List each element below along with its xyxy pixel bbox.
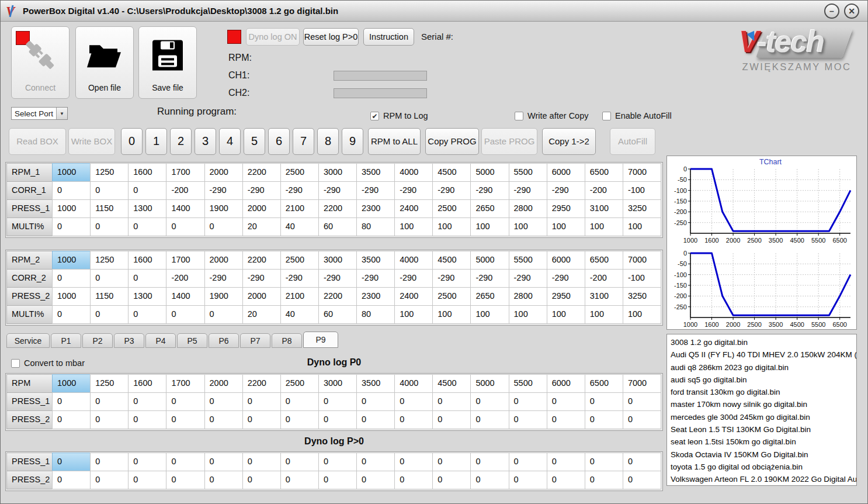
grid-cell[interactable]: 0 bbox=[585, 410, 623, 429]
grid-cell[interactable]: 2000 bbox=[242, 287, 281, 306]
grid-cell[interactable]: -200 bbox=[585, 269, 623, 288]
grid-cell[interactable]: 3500 bbox=[356, 163, 395, 182]
grid-cell[interactable]: 6500 bbox=[585, 374, 623, 393]
grid-cell[interactable]: 1900 bbox=[204, 287, 243, 306]
grid-cell[interactable]: 0 bbox=[166, 392, 204, 411]
grid-cell[interactable]: 0 bbox=[432, 392, 471, 411]
autofill-button[interactable]: AutoFill bbox=[610, 128, 655, 155]
write-after-copy-checkbox[interactable] bbox=[515, 112, 523, 120]
grid-cell[interactable]: 2100 bbox=[280, 199, 319, 218]
file-list-item[interactable]: Volkswagen Arteon FL 2.0 190KM 2022 Go D… bbox=[671, 473, 853, 485]
chevron-down-icon[interactable]: ▼ bbox=[56, 108, 67, 119]
grid-cell[interactable]: 60 bbox=[318, 218, 357, 236]
grid-cell[interactable]: 0 bbox=[432, 410, 471, 429]
grid-cell[interactable]: 4000 bbox=[394, 251, 433, 270]
grid-cell[interactable]: 2300 bbox=[356, 287, 395, 306]
tab-p4[interactable]: P4 bbox=[145, 333, 176, 348]
grid-cell[interactable]: 0 bbox=[432, 453, 471, 471]
grid-cell[interactable]: 4000 bbox=[394, 163, 433, 182]
grid-cell[interactable]: 0 bbox=[52, 305, 91, 324]
paste-prog-button[interactable]: Paste PROG bbox=[481, 128, 537, 155]
grid-cell[interactable]: 0 bbox=[585, 453, 623, 471]
grid-cell[interactable]: 1250 bbox=[90, 374, 129, 393]
grid-cell[interactable]: 3000 bbox=[318, 251, 357, 270]
grid-cell[interactable]: -290 bbox=[280, 181, 319, 200]
grid-cell[interactable]: 0 bbox=[90, 392, 129, 411]
grid-cell[interactable]: 1000 bbox=[52, 374, 91, 393]
grid-cell[interactable]: -290 bbox=[318, 181, 357, 200]
grid-cell[interactable]: 1000 bbox=[52, 199, 91, 218]
grid-cell[interactable]: 2200 bbox=[318, 287, 357, 306]
instruction-button[interactable]: Instruction bbox=[363, 28, 414, 46]
grid-cell[interactable]: 2500 bbox=[280, 374, 319, 393]
grid-cell[interactable]: -290 bbox=[470, 181, 509, 200]
grid-cell[interactable]: 2800 bbox=[509, 199, 547, 218]
grid-cell[interactable]: 2000 bbox=[204, 251, 243, 270]
grid-cell[interactable]: 4500 bbox=[432, 163, 471, 182]
grid-cell[interactable]: 1700 bbox=[166, 374, 204, 393]
grid-cell[interactable]: 100 bbox=[432, 218, 471, 236]
grid-cell[interactable]: 0 bbox=[470, 392, 509, 411]
grid-cell[interactable]: 5500 bbox=[509, 374, 547, 393]
grid-cell[interactable]: 2000 bbox=[242, 199, 281, 218]
grid-cell[interactable]: 20 bbox=[242, 218, 281, 236]
grid-cell[interactable]: -290 bbox=[470, 269, 509, 288]
file-list-item[interactable]: toyota 1.5 go digital od obciążenia.bin bbox=[671, 461, 853, 473]
grid-cell[interactable]: 0 bbox=[52, 471, 91, 489]
grid-cell[interactable]: 3250 bbox=[623, 199, 661, 218]
grid-cell[interactable]: 2500 bbox=[432, 199, 471, 218]
grid-cell[interactable]: 0 bbox=[166, 218, 204, 236]
file-list-item[interactable]: 3008 1.2 go digital.bin bbox=[671, 336, 853, 348]
grid-cell[interactable]: 80 bbox=[356, 305, 395, 324]
grid-cell[interactable]: 3500 bbox=[356, 374, 395, 393]
grid-cell[interactable]: 0 bbox=[547, 471, 585, 489]
close-button[interactable]: ✕ bbox=[844, 4, 859, 19]
grid-cell[interactable]: 80 bbox=[356, 218, 395, 236]
file-list-item[interactable]: master 170km nowy silnik go digital.bin bbox=[671, 398, 853, 410]
file-list-item[interactable]: ford transit 130km go digital.bin bbox=[671, 386, 853, 398]
grid-cell[interactable]: 100 bbox=[509, 305, 547, 324]
grid-cell[interactable]: 2200 bbox=[242, 251, 281, 270]
grid-cell[interactable]: 0 bbox=[90, 410, 129, 429]
grid-cell[interactable]: 0 bbox=[280, 453, 319, 471]
grid-cell[interactable]: 7000 bbox=[623, 374, 661, 393]
tab-p1[interactable]: P1 bbox=[51, 333, 81, 348]
grid-cell[interactable]: 1250 bbox=[90, 251, 129, 270]
grid-cell[interactable]: 0 bbox=[242, 392, 281, 411]
grid-cell[interactable]: 0 bbox=[128, 453, 166, 471]
grid-cell[interactable]: 0 bbox=[166, 305, 204, 324]
grid-cell[interactable]: 2800 bbox=[509, 287, 547, 306]
grid-cell[interactable]: 0 bbox=[242, 471, 281, 489]
grid-cell[interactable]: 0 bbox=[166, 471, 204, 489]
read-box-button[interactable]: Read BOX bbox=[9, 128, 66, 155]
program-button-3[interactable]: 3 bbox=[195, 128, 216, 155]
grid-cell[interactable]: 2500 bbox=[432, 287, 471, 306]
grid-cell[interactable]: 0 bbox=[280, 410, 319, 429]
grid-cell[interactable]: 0 bbox=[204, 392, 243, 411]
grid-cell[interactable]: 1300 bbox=[128, 287, 166, 306]
grid-cell[interactable]: 2500 bbox=[280, 163, 319, 182]
grid-cell[interactable]: -290 bbox=[356, 181, 395, 200]
grid-cell[interactable]: 0 bbox=[166, 410, 204, 429]
grid-cell[interactable]: 0 bbox=[623, 410, 661, 429]
open-file-button[interactable]: Open file bbox=[75, 26, 134, 99]
grid-cell[interactable]: 100 bbox=[432, 305, 471, 324]
grid-cell[interactable]: -290 bbox=[394, 269, 433, 288]
grid-cell[interactable]: 3000 bbox=[318, 163, 357, 182]
grid-cell[interactable]: 100 bbox=[585, 218, 623, 236]
grid-cell[interactable]: 0 bbox=[509, 410, 547, 429]
grid-cell[interactable]: 100 bbox=[470, 218, 509, 236]
grid-cell[interactable]: 1700 bbox=[166, 251, 204, 270]
grid-cell[interactable]: 1150 bbox=[90, 199, 129, 218]
grid-cell[interactable]: 0 bbox=[242, 410, 281, 429]
grid-cell[interactable]: 4000 bbox=[394, 374, 433, 393]
grid-cell[interactable]: 2000 bbox=[204, 163, 243, 182]
grid-cell[interactable]: 6000 bbox=[547, 251, 585, 270]
grid-cell[interactable]: 100 bbox=[509, 218, 547, 236]
grid-cell[interactable]: 0 bbox=[128, 305, 166, 324]
grid-cell[interactable]: 7000 bbox=[623, 251, 661, 270]
reset-log-button[interactable]: Reset log P>0 bbox=[303, 28, 359, 46]
grid-cell[interactable]: 1000 bbox=[52, 163, 91, 182]
grid-cell[interactable]: 100 bbox=[547, 218, 585, 236]
file-list-item[interactable]: audi sq5 go digital.bin bbox=[671, 374, 853, 386]
